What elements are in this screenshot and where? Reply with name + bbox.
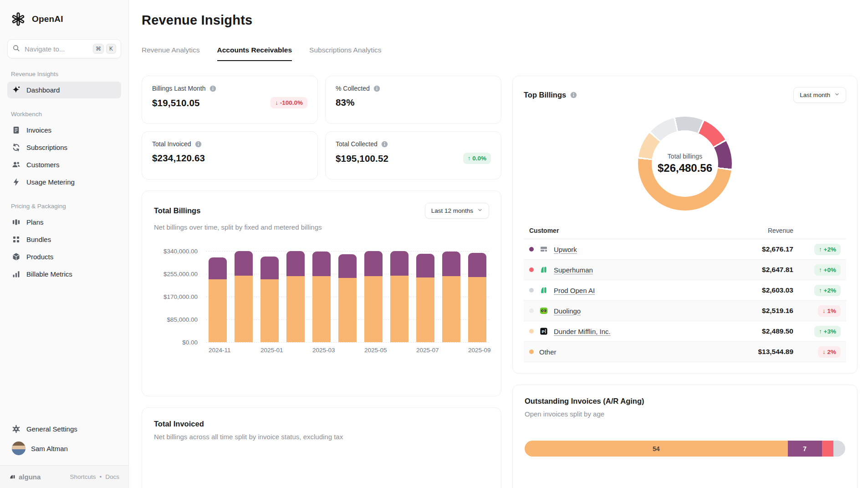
y-tick-label: $255,000.00 [163,271,198,277]
kpi-grid: Billings Last Month$19,510.05↓ -100.0%% … [142,76,501,180]
sidebar: OpenAI Navigate to... ⌘ K Revenue Insigh… [0,0,129,488]
app-root: OpenAI Navigate to... ⌘ K Revenue Insigh… [0,0,868,488]
sidebar-item-billable-metrics[interactable]: Billable Metrics [7,266,121,283]
bar-segment-metered [235,251,253,276]
general-settings-button[interactable]: General Settings [7,421,121,437]
sidebar-item-products[interactable]: Products [7,248,121,265]
bar-segment-metered [338,254,357,278]
bar-segment-fixed [338,278,357,342]
chevron-down-icon [477,207,483,214]
sidebar-item-label: Customers [26,161,60,169]
shortcuts-link[interactable]: Shortcuts [70,473,96,480]
revenue-value: $2,489.50 [762,327,793,335]
total-invoiced-title: Total Invoiced [154,420,204,428]
customer-link-other: Other [539,348,557,356]
gear-icon [12,425,20,433]
kpi-card-collected: % Collected83% [325,76,501,124]
series-color-dot [529,247,534,252]
bar-segment-fixed [390,276,408,342]
stacked-bar-2024-12 [235,251,253,342]
total-billings-subtitle: Net billings over time, split by fixed a… [154,223,489,231]
bar-segment-fixed [312,276,331,342]
kpi-card-total-collected: Total Collected$195,100.52↑ 0.0% [325,131,501,180]
top-billings-range-select[interactable]: Last month [793,87,846,103]
billings-range-select[interactable]: Last 12 months [425,203,489,219]
page-title: Revenue Insights [142,13,858,28]
sidebar-item-usage-metering[interactable]: Usage Metering [7,174,121,190]
sidebar-item-label: Subscriptions [26,144,67,151]
search-input[interactable]: Navigate to... ⌘ K [7,39,121,58]
change-badge: ↓ 1% [818,305,841,317]
bar-segment-metered [286,251,305,276]
customer-link-prod-open-ai[interactable]: Prod Open AI [554,287,595,294]
total-invoiced-card: Total Invoiced Net billings across all t… [142,407,501,488]
users-icon [12,160,20,169]
sidebar-item-label: Usage Metering [26,178,75,186]
donut-center-value: $26,480.56 [658,162,712,175]
general-settings-label: General Settings [26,425,77,433]
sidebar-item-label: Billable Metrics [26,270,72,278]
table-header: Customer Revenue [524,222,846,239]
y-tick-label: $170,000.00 [163,293,198,300]
stacked-bar-2025-07 [416,254,434,342]
nav-section-pricing-packaging: Pricing & Packaging [11,203,117,210]
left-column: Billings Last Month$19,510.05↓ -100.0%% … [142,76,501,488]
ar-aging-bar-chart: 547 [525,441,845,457]
aging-segment [833,441,845,457]
sidebar-item-subscriptions[interactable]: Subscriptions [7,139,121,156]
upwork-logo-icon [539,245,548,254]
sidebar-item-label: Bundles [26,236,51,243]
dot-separator: • [100,473,102,480]
top-billings-donut-chart: Total billings $26,480.56 [638,117,732,211]
info-icon [195,141,202,148]
user-menu[interactable]: Sam Altman [7,438,121,459]
sidebar-item-customers[interactable]: Customers [7,156,121,173]
sidebar-item-plans[interactable]: Plans [7,214,121,231]
kpi-label: Total Invoiced [152,140,191,148]
svg-text:P: P [542,329,545,334]
sidebar-item-invoices[interactable]: Invoices [7,122,121,139]
bar-segment-metered [260,257,279,279]
bundles-icon [12,235,20,244]
x-axis: 2024-112025-012025-032025-052025-072025-… [206,347,489,354]
cube-icon [12,252,20,261]
kpi-change-badge: ↑ 0.0% [463,153,491,164]
duolingo-logo-icon [539,306,548,315]
tab-accounts-receivables[interactable]: Accounts Receivables [217,46,292,61]
alguna-wordmark: alguna [19,473,41,481]
tab-revenue-analytics[interactable]: Revenue Analytics [142,46,200,61]
bar-segment-fixed [468,277,486,342]
kpi-card-billings-last-month: Billings Last Month$19,510.05↓ -100.0% [142,76,318,124]
sidebar-item-bundles[interactable]: Bundles [7,231,121,248]
ar-aging-title: Outstanding Invoices (A/R Aging) [525,397,644,406]
y-tick-label: $85,000.00 [167,316,198,323]
openai-logo-icon [10,11,26,27]
customer-link-dunder-mifflin-inc[interactable]: Dunder Mifflin, Inc. [554,328,611,335]
x-tick-label [442,347,460,354]
docs-link[interactable]: Docs [105,473,119,480]
customer-link-superhuman[interactable]: Superhuman [554,266,593,274]
refresh-icon [12,143,20,152]
dunder-logo-icon: P [539,327,548,336]
customer-link-upwork[interactable]: Upwork [554,246,577,253]
info-icon [209,85,216,92]
stacked-bar-2025-04 [338,254,357,342]
bar-segment-metered [209,257,227,279]
sidebar-item-label: Invoices [26,126,51,134]
x-tick-label [338,347,357,354]
top-billings-title: Top Billings [524,91,566,99]
sidebar-nav: Revenue InsightsDashboardWorkbenchInvoic… [7,71,121,283]
customer-link-duolingo[interactable]: Duolingo [554,307,581,315]
nav-section-workbench: Workbench [11,111,117,118]
nav-section-revenue-insights: Revenue Insights [11,71,117,77]
change-badge: ↑ +0% [814,264,841,276]
superhuman-logo-icon [539,265,548,274]
sidebar-item-dashboard[interactable]: Dashboard [7,82,121,98]
stacked-bar-2025-01 [260,257,279,342]
series-color-dot [529,267,534,272]
change-badge: ↑ +3% [814,326,841,337]
sidebar-item-label: Products [26,253,53,261]
col-revenue: Revenue [768,227,793,234]
bar-segment-metered [364,251,383,276]
tab-subscriptions-analytics[interactable]: Subscriptions Analytics [309,46,382,61]
